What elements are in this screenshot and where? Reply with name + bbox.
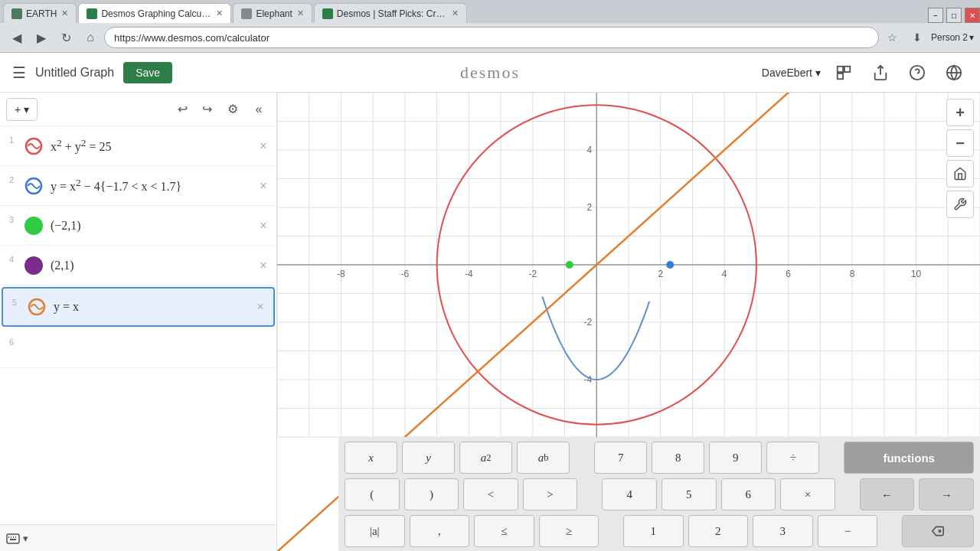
kb-8-button[interactable]: 8	[652, 442, 704, 474]
expression-delete-button[interactable]: ×	[256, 219, 270, 233]
kb-x-button[interactable]: x	[345, 442, 397, 474]
maximize-button[interactable]: □	[946, 8, 962, 23]
globe-icon[interactable]	[940, 59, 968, 86]
user-dropdown-icon: ▾	[815, 67, 821, 79]
expression-delete-button[interactable]: ×	[256, 259, 270, 272]
home-view-button[interactable]	[946, 160, 974, 187]
kb-y-button[interactable]: y	[402, 442, 455, 474]
kb-6-button[interactable]: 6	[721, 478, 776, 510]
window-controls: − □ ✕	[928, 8, 980, 23]
main-content: + ▾ ↩ ↪ ⚙ « 1 x2 + y2 = 25 ×	[0, 93, 980, 551]
browser-tab-1[interactable]: Desmos Graphing Calculator✕	[78, 3, 231, 23]
expression-delete-button[interactable]: ×	[253, 300, 267, 314]
graph-controls: + −	[940, 93, 980, 224]
address-input[interactable]	[104, 27, 879, 48]
kb-7-button[interactable]: 7	[594, 442, 647, 474]
redo-button[interactable]: ↪	[195, 98, 218, 121]
expression-item[interactable]: 3 (−2,1) ×	[0, 206, 276, 246]
expression-number: 5	[12, 295, 23, 307]
share-icon[interactable]	[830, 59, 858, 86]
expression-number: 4	[9, 252, 20, 264]
close-button[interactable]: ✕	[965, 8, 980, 23]
user-menu-button[interactable]: DaveEbert ▾	[762, 67, 821, 79]
undo-redo-group: ↩ ↪	[171, 98, 218, 121]
kb-comma-button[interactable]: ,	[410, 515, 470, 547]
expression-number: 2	[9, 172, 20, 184]
kb-lte-button[interactable]: ≤	[474, 515, 534, 547]
wrench-icon[interactable]	[946, 191, 974, 218]
home-button[interactable]: ⌂	[80, 27, 101, 48]
browser-tab-3[interactable]: Desmos | Staff Picks: Creati...✕	[314, 3, 467, 23]
kb-9-button[interactable]: 9	[709, 442, 762, 474]
kb-rparen-button[interactable]: )	[404, 478, 459, 510]
kb-abs-button[interactable]: |a|	[345, 515, 405, 547]
topbar-right: DaveEbert ▾	[762, 59, 968, 86]
graph-area[interactable]: + − x y a2 ab 7	[277, 93, 980, 551]
hamburger-button[interactable]: ☰	[12, 64, 26, 82]
svg-rect-2	[838, 73, 843, 78]
kb-2-button[interactable]: 2	[688, 515, 749, 547]
kb-right-arrow-button[interactable]: →	[919, 478, 974, 510]
keyboard-dropdown-icon: ▾	[23, 533, 28, 544]
expression-formula: y = x2 − 4{−1.7 < x < 1.7}	[51, 177, 270, 194]
refresh-button[interactable]: ↻	[55, 27, 77, 48]
zoom-out-button[interactable]: −	[946, 129, 974, 157]
download-icon[interactable]: ⬇	[906, 27, 928, 48]
kb-3-button[interactable]: 3	[753, 515, 813, 547]
kb-lparen-button[interactable]: (	[345, 478, 400, 510]
collapse-button[interactable]: «	[247, 98, 270, 121]
add-expression-button[interactable]: + ▾	[6, 98, 38, 121]
add-dropdown-icon: ▾	[24, 103, 29, 116]
person-label: Person 2	[931, 32, 968, 43]
expression-delete-button[interactable]: ×	[256, 179, 270, 193]
desmos-topbar: ☰ Untitled Graph Save desmos DaveEbert ▾	[0, 53, 980, 93]
kb-lt-button[interactable]: <	[463, 478, 518, 510]
add-icon: +	[15, 103, 21, 116]
keyboard-toggle-button[interactable]: ▾	[6, 533, 28, 544]
expression-formula: x2 + y2 = 25	[51, 137, 270, 154]
svg-rect-1	[844, 66, 850, 71]
expression-number: 3	[9, 212, 20, 224]
kb-gte-button[interactable]: ≥	[539, 515, 599, 547]
user-name: DaveEbert	[762, 67, 812, 79]
address-bar-row: ◀ ▶ ↻ ⌂ ☆ ⬇ Person 2 ▾	[0, 23, 980, 52]
kb-minus-button[interactable]: −	[818, 515, 878, 547]
expression-item[interactable]: 4 (2,1) ×	[0, 246, 276, 285]
browser-tab-0[interactable]: EARTH✕	[3, 3, 77, 23]
app-area: ☰ Untitled Graph Save desmos DaveEbert ▾	[0, 53, 980, 551]
keyboard-row-3: |a| , ≤ ≥ 1 2 3 −	[345, 515, 974, 547]
expression-number: 1	[9, 132, 20, 145]
kb-multiply-button[interactable]: ×	[780, 478, 835, 510]
person-dropdown-icon: ▾	[969, 32, 974, 43]
expression-formula: y = x	[54, 300, 267, 314]
kb-backspace-button[interactable]	[902, 515, 974, 547]
expression-item[interactable]: 1 x2 + y2 = 25 ×	[0, 126, 276, 166]
help-icon[interactable]	[903, 59, 931, 86]
save-button[interactable]: Save	[123, 62, 172, 83]
keyboard-row-2: ( ) < > 4 5 6 × ← →	[345, 478, 974, 510]
kb-power-button[interactable]: ab	[517, 442, 570, 474]
kb-1-button[interactable]: 1	[623, 515, 684, 547]
kb-squared-button[interactable]: a2	[459, 442, 512, 474]
tab-bar: EARTH✕Desmos Graphing Calculator✕Elephan…	[0, 0, 980, 23]
expression-item[interactable]: 6	[0, 328, 276, 368]
expression-item[interactable]: 5 y = x ×	[2, 287, 275, 327]
kb-divide-button[interactable]: ÷	[766, 442, 819, 474]
undo-button[interactable]: ↩	[171, 98, 194, 121]
forward-button[interactable]: ▶	[31, 27, 52, 48]
export-icon[interactable]	[867, 59, 894, 86]
expression-item[interactable]: 2 y = x2 − 4{−1.7 < x < 1.7} ×	[0, 166, 276, 206]
bookmark-icon[interactable]: ☆	[882, 27, 903, 48]
kb-5-button[interactable]: 5	[662, 478, 717, 510]
kb-gt-button[interactable]: >	[523, 478, 578, 510]
back-button[interactable]: ◀	[6, 27, 28, 48]
kb-left-arrow-button[interactable]: ←	[860, 478, 915, 510]
minimize-button[interactable]: −	[928, 8, 943, 23]
browser-tab-2[interactable]: Elephant✕	[233, 3, 312, 23]
kb-4-button[interactable]: 4	[602, 478, 657, 510]
expression-delete-button[interactable]: ×	[256, 139, 270, 153]
settings-button[interactable]: ⚙	[221, 98, 244, 121]
person-button[interactable]: Person 2 ▾	[931, 32, 974, 43]
zoom-in-button[interactable]: +	[946, 99, 974, 126]
functions-button[interactable]: functions	[844, 442, 974, 474]
